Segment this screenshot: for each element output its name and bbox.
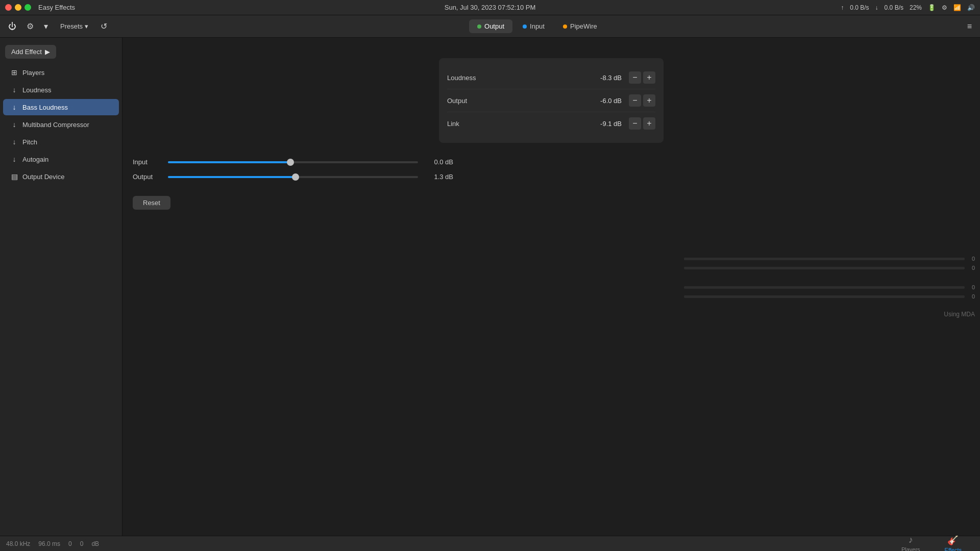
output-slider-value: 1.3 dB	[425, 173, 453, 181]
menu-button[interactable]: ≡	[964, 20, 975, 33]
app-title: Easy Effects	[38, 4, 75, 11]
loudness-row-value: -8.3 dB	[591, 74, 622, 82]
vu-val-4: 0	[968, 293, 975, 299]
vu-track-3	[684, 286, 965, 289]
loudness-decrease-btn[interactable]: −	[629, 71, 641, 84]
reset-button[interactable]: Reset	[133, 196, 170, 210]
vu-val-1: 0	[968, 256, 975, 262]
vu-val-3: 0	[968, 284, 975, 290]
loudness-increase-btn[interactable]: +	[643, 71, 655, 84]
link-decrease-btn[interactable]: −	[629, 117, 641, 130]
output-decrease-btn[interactable]: −	[629, 94, 641, 107]
vu-val-2: 0	[968, 265, 975, 271]
output-row-label: Output	[447, 97, 591, 105]
loudness-row-label: Loudness	[447, 74, 591, 82]
titlebar-left: Easy Effects	[5, 4, 75, 11]
statusbar: 48.0 kHz 96.0 ms 0 0 dB ♪ Players 🎸 Effe…	[0, 536, 980, 551]
presets-button[interactable]: Presets ▾	[55, 20, 93, 32]
input-dot-icon	[523, 24, 527, 29]
vu-right-panel: 0 0 0 0 U	[684, 38, 980, 536]
sidebar-item-players[interactable]: ⊞ Players	[3, 64, 119, 81]
players-tab-icon: ♪	[909, 535, 913, 545]
bass-loudness-icon: ↓	[10, 103, 18, 111]
close-button[interactable]	[5, 4, 12, 11]
download-speed: 0.0 B/s	[885, 4, 903, 11]
output-slider-track[interactable]	[168, 176, 418, 178]
sidebar-item-autogain[interactable]: ↓ Autogain	[3, 151, 119, 167]
settings-icon: ⚙	[942, 4, 947, 11]
tab-output-label: Output	[484, 22, 504, 30]
link-increase-btn[interactable]: +	[643, 117, 655, 130]
tab-input[interactable]: Input	[514, 19, 553, 33]
traffic-lights	[5, 4, 31, 11]
vu-bar-4: 0	[684, 293, 975, 299]
tab-input-label: Input	[530, 22, 545, 30]
pipewire-dot-icon	[563, 24, 567, 29]
players-icon: ⊞	[10, 68, 18, 77]
input-slider-track[interactable]	[168, 161, 418, 163]
loudness-loudness-row: Loudness -8.3 dB − +	[447, 66, 655, 89]
input-slider-fill	[168, 161, 290, 163]
vu-track-4	[684, 295, 965, 298]
sidebar-autogain-label: Autogain	[22, 156, 48, 163]
add-effect-button[interactable]: Add Effect ▶	[5, 45, 56, 59]
status-val1: 0	[68, 540, 72, 547]
sidebar-item-multiband-compressor[interactable]: ↓ Multiband Compressor	[3, 116, 119, 133]
effects-tab-icon: 🎸	[947, 535, 959, 546]
main-content-area: Loudness -8.3 dB − + Output -6.0 dB − + …	[122, 38, 980, 536]
loudness-icon: ↓	[10, 86, 18, 94]
input-slider-thumb[interactable]	[287, 159, 294, 166]
toolbar: ⏻ ⚙ ▾ Presets ▾ ↺ Output Input PipeWire …	[0, 15, 980, 38]
output-dot-icon	[477, 24, 481, 29]
chevron-down-button[interactable]: ▾	[41, 19, 51, 33]
using-mda-container: Using MDA	[684, 311, 980, 318]
sidebar-item-loudness[interactable]: ↓ Loudness	[3, 82, 119, 98]
latency: 96.0 ms	[38, 540, 60, 547]
main-container: Add Effect ▶ ⊞ Players ↓ Loudness ↓ Bass…	[0, 38, 980, 536]
sidebar-item-pitch[interactable]: ↓ Pitch	[3, 134, 119, 150]
battery-icon: 🔋	[928, 4, 936, 11]
tab-output[interactable]: Output	[469, 19, 512, 33]
sidebar: Add Effect ▶ ⊞ Players ↓ Loudness ↓ Bass…	[0, 38, 122, 536]
presets-chevron-icon: ▾	[85, 22, 88, 30]
maximize-button[interactable]	[24, 4, 31, 11]
refresh-button[interactable]: ↺	[97, 19, 110, 33]
settings-button[interactable]: ⚙	[23, 19, 37, 33]
multiband-icon: ↓	[10, 120, 18, 129]
link-row-value: -9.1 dB	[591, 120, 622, 128]
network-icon: 📶	[953, 4, 961, 11]
presets-label: Presets	[60, 22, 83, 30]
status-val2: 0	[80, 540, 84, 547]
vu-bar-2: 0	[684, 265, 975, 271]
minimize-button[interactable]	[15, 4, 21, 11]
input-slider-value: 0.0 dB	[425, 158, 453, 166]
link-row-label: Link	[447, 120, 591, 128]
datetime-label: Sun, Jul 30, 2023 07:52:10 PM	[445, 4, 536, 11]
autogain-icon: ↓	[10, 155, 18, 163]
upload-icon: ↑	[841, 4, 844, 11]
sidebar-bass-loudness-label: Bass Loudness	[22, 104, 68, 111]
sidebar-item-output-device[interactable]: ▤ Output Device	[3, 168, 119, 185]
loudness-link-row: Link -9.1 dB − +	[447, 112, 655, 135]
effects-tab-label: Effects	[945, 547, 962, 552]
sidebar-item-bass-loudness[interactable]: ↓ Bass Loudness	[3, 99, 119, 115]
sidebar-pitch-label: Pitch	[22, 138, 37, 146]
using-mda-label: Using MDA	[944, 311, 975, 318]
output-increase-btn[interactable]: +	[643, 94, 655, 107]
add-effect-arrow-icon: ▶	[45, 48, 50, 56]
vu-track-2	[684, 267, 965, 269]
add-effect-label: Add Effect	[11, 48, 42, 56]
input-slider-label: Input	[133, 158, 161, 166]
output-slider-thumb[interactable]	[292, 173, 299, 181]
status-db: dB	[91, 540, 99, 547]
tab-pipewire[interactable]: PipeWire	[555, 19, 605, 33]
toolbar-right: ≡	[964, 20, 975, 33]
download-icon: ↓	[875, 4, 878, 11]
loudness-card: Loudness -8.3 dB − + Output -6.0 dB − + …	[439, 58, 664, 143]
power-button[interactable]: ⏻	[5, 20, 19, 33]
toolbar-center: Output Input PipeWire	[114, 19, 960, 33]
titlebar-datetime: Sun, Jul 30, 2023 07:52:10 PM	[445, 4, 536, 11]
vu-bar-3: 0	[684, 284, 975, 290]
upload-speed: 0.0 B/s	[850, 4, 869, 11]
titlebar: Easy Effects Sun, Jul 30, 2023 07:52:10 …	[0, 0, 980, 15]
